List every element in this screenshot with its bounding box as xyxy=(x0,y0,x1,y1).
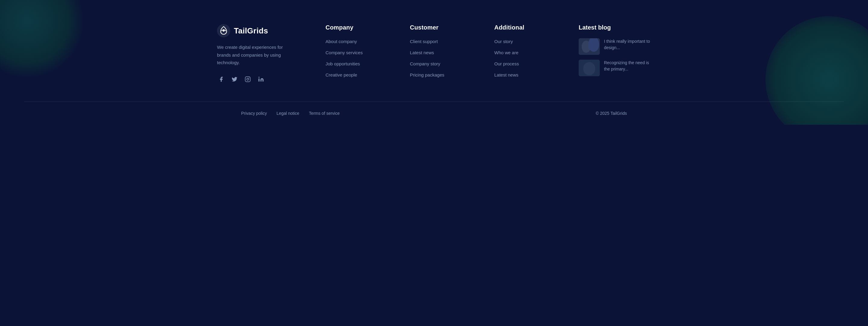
instagram-icon[interactable] xyxy=(244,75,252,84)
additional-link-story[interactable]: Our story xyxy=(494,38,567,44)
blog-post-1-text: I think really important to design... xyxy=(604,38,651,51)
company-link-jobs[interactable]: Job opportunities xyxy=(326,61,398,67)
social-links xyxy=(217,75,313,84)
svg-point-1 xyxy=(223,30,224,32)
logo[interactable]: TailGrids xyxy=(217,24,313,37)
svg-rect-14 xyxy=(588,63,597,72)
customer-link-story[interactable]: Company story xyxy=(410,61,482,67)
customer-link-news[interactable]: Latest news xyxy=(410,50,482,56)
svg-rect-2 xyxy=(245,76,250,82)
svg-rect-12 xyxy=(580,61,598,75)
company-column: Company About company Company services J… xyxy=(326,24,398,84)
linkedin-icon[interactable] xyxy=(257,75,265,84)
copyright-text: © 2025 TailGrids xyxy=(596,111,627,116)
company-link-creative[interactable]: Creative people xyxy=(326,72,398,78)
company-link-about[interactable]: About company xyxy=(326,38,398,44)
additional-column: Additional Our story Who we are Our proc… xyxy=(494,24,567,84)
blog-title: Latest blog xyxy=(579,24,651,31)
terms-of-service-link[interactable]: Terms of service xyxy=(309,111,340,116)
svg-point-13 xyxy=(583,64,587,69)
logo-text: TailGrids xyxy=(234,26,268,36)
brand-description: We create digital experiences for brands… xyxy=(217,43,296,67)
footer-bottom: Privacy policy Legal notice Terms of ser… xyxy=(217,102,651,125)
additional-link-whoweare[interactable]: Who we are xyxy=(494,50,567,56)
legal-notice-link[interactable]: Legal notice xyxy=(277,111,300,116)
page-wrapper: TailGrids We create digital experiences … xyxy=(0,0,868,125)
svg-rect-9 xyxy=(582,49,597,50)
customer-link-support[interactable]: Client support xyxy=(410,38,482,44)
customer-column: Customer Client support Latest news Comp… xyxy=(410,24,482,84)
facebook-icon[interactable] xyxy=(217,75,225,84)
blog-item-2[interactable]: Recognizing the need is the primary... xyxy=(579,60,651,76)
additional-title: Additional xyxy=(494,24,567,31)
company-link-services[interactable]: Company services xyxy=(326,50,398,56)
blog-post-2-text: Recognizing the need is the primary... xyxy=(604,60,651,72)
blog-column: Latest blog xyxy=(579,24,651,84)
svg-rect-5 xyxy=(579,38,600,55)
additional-link-news[interactable]: Latest news xyxy=(494,72,567,78)
company-title: Company xyxy=(326,24,398,31)
footer-main: TailGrids We create digital experiences … xyxy=(0,0,868,101)
svg-rect-10 xyxy=(583,47,589,50)
customer-title: Customer xyxy=(410,24,482,31)
footer-grid: TailGrids We create digital experiences … xyxy=(217,24,651,84)
footer-bottom-links: Privacy policy Legal notice Terms of ser… xyxy=(241,111,340,116)
additional-link-process[interactable]: Our process xyxy=(494,61,567,67)
privacy-policy-link[interactable]: Privacy policy xyxy=(241,111,267,116)
svg-point-7 xyxy=(584,41,589,47)
blog-thumbnail-2 xyxy=(579,60,600,76)
footer: TailGrids We create digital experiences … xyxy=(0,0,868,125)
customer-link-pricing[interactable]: Pricing packages xyxy=(410,72,482,78)
svg-rect-11 xyxy=(579,60,600,76)
blog-thumbnail-1 xyxy=(579,38,600,55)
svg-point-4 xyxy=(258,76,259,77)
svg-point-8 xyxy=(590,40,596,47)
brand-column: TailGrids We create digital experiences … xyxy=(217,24,313,84)
twitter-icon[interactable] xyxy=(230,75,239,84)
logo-icon xyxy=(217,24,230,37)
svg-rect-6 xyxy=(580,40,598,53)
blog-item-1[interactable]: I think really important to design... xyxy=(579,38,651,55)
